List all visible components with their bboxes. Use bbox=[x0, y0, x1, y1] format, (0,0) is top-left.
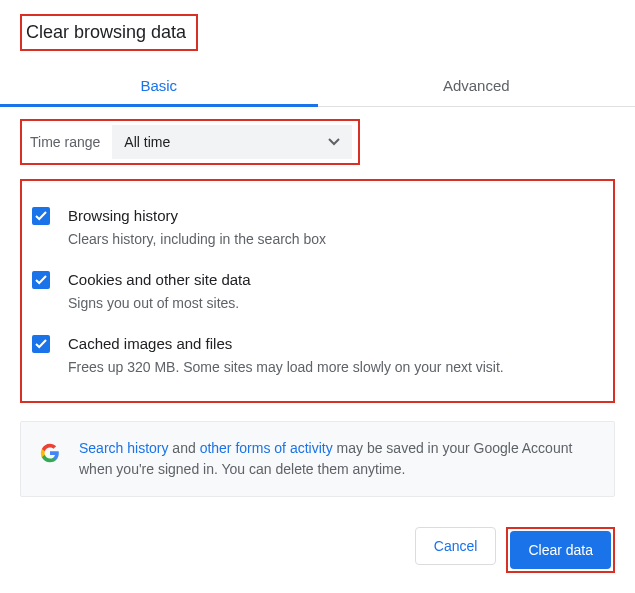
cancel-button[interactable]: Cancel bbox=[415, 527, 497, 565]
option-cookies: Cookies and other site data Signs you ou… bbox=[32, 259, 603, 323]
tabs: Basic Advanced bbox=[0, 67, 635, 107]
option-cache: Cached images and files Frees up 320 MB.… bbox=[32, 323, 603, 387]
timerange-select[interactable]: All time bbox=[112, 125, 352, 159]
timerange-label: Time range bbox=[28, 134, 102, 150]
option-desc: Clears history, including in the search … bbox=[68, 229, 326, 249]
option-text: Cookies and other site data Signs you ou… bbox=[68, 269, 251, 313]
option-text: Cached images and files Frees up 320 MB.… bbox=[68, 333, 504, 377]
option-title: Cookies and other site data bbox=[68, 269, 251, 291]
info-mid: and bbox=[168, 440, 199, 456]
checkbox-cache[interactable] bbox=[32, 335, 50, 353]
check-icon bbox=[35, 339, 47, 349]
link-other-activity[interactable]: other forms of activity bbox=[200, 440, 333, 456]
clear-button-highlight: Clear data bbox=[506, 527, 615, 573]
clear-button-label: Clear data bbox=[528, 542, 593, 558]
clear-browsing-data-dialog: Clear browsing data Basic Advanced Time … bbox=[0, 0, 635, 497]
tab-advanced-label: Advanced bbox=[443, 77, 510, 94]
tab-basic[interactable]: Basic bbox=[0, 67, 318, 106]
tab-advanced[interactable]: Advanced bbox=[318, 67, 636, 106]
checkbox-cookies[interactable] bbox=[32, 271, 50, 289]
timerange-row: Time range All time bbox=[20, 119, 360, 165]
dialog-body: Time range All time Browsing history Cle… bbox=[0, 107, 635, 403]
option-desc: Frees up 320 MB. Some sites may load mor… bbox=[68, 357, 504, 377]
option-desc: Signs you out of most sites. bbox=[68, 293, 251, 313]
title-area: Clear browsing data bbox=[0, 0, 635, 55]
check-icon bbox=[35, 275, 47, 285]
caret-down-icon bbox=[328, 138, 340, 146]
tab-basic-label: Basic bbox=[140, 77, 177, 94]
cancel-button-label: Cancel bbox=[434, 538, 478, 554]
option-browsing-history: Browsing history Clears history, includi… bbox=[32, 195, 603, 259]
dialog-footer: Cancel Clear data bbox=[415, 527, 615, 573]
title-highlight: Clear browsing data bbox=[20, 14, 198, 51]
option-text: Browsing history Clears history, includi… bbox=[68, 205, 326, 249]
option-title: Browsing history bbox=[68, 205, 326, 227]
info-text: Search history and other forms of activi… bbox=[79, 438, 596, 480]
google-icon bbox=[39, 442, 61, 464]
info-card: Search history and other forms of activi… bbox=[20, 421, 615, 497]
check-icon bbox=[35, 211, 47, 221]
checkbox-browsing-history[interactable] bbox=[32, 207, 50, 225]
dialog-title: Clear browsing data bbox=[26, 22, 186, 42]
options-highlight: Browsing history Clears history, includi… bbox=[20, 179, 615, 403]
link-search-history[interactable]: Search history bbox=[79, 440, 168, 456]
option-title: Cached images and files bbox=[68, 333, 504, 355]
timerange-value: All time bbox=[124, 134, 170, 150]
clear-data-button[interactable]: Clear data bbox=[510, 531, 611, 569]
